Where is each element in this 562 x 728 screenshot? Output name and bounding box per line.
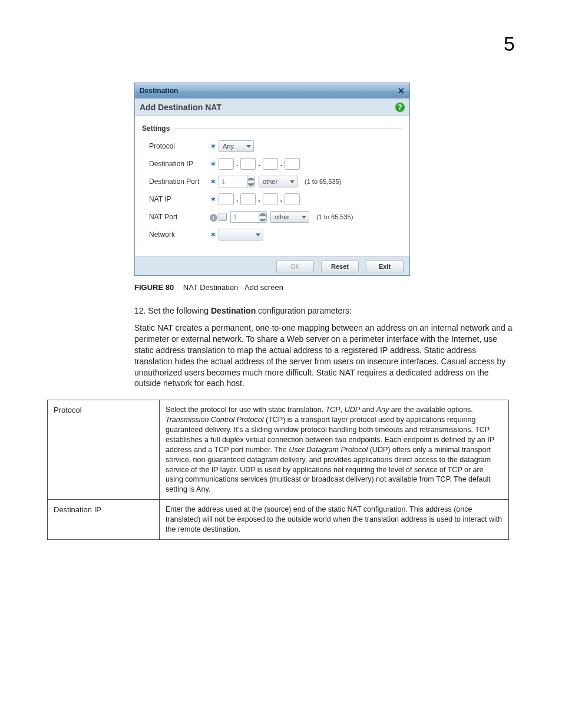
table-key: Protocol xyxy=(48,400,160,500)
dialog-titlebar: Destination ✕ xyxy=(135,83,409,98)
info-icon: i xyxy=(210,214,217,222)
required-icon: ✶ xyxy=(210,141,217,151)
protocol-dropdown[interactable]: Any xyxy=(219,140,254,152)
dialog-subtitle-text: Add Destination NAT xyxy=(140,98,222,116)
destination-port-unit: other xyxy=(263,178,277,185)
destination-port-spinner[interactable] xyxy=(219,176,255,187)
destination-port-input[interactable] xyxy=(219,176,247,187)
table-row: ProtocolSelect the protocol for use with… xyxy=(48,400,509,500)
network-dropdown[interactable]: . xyxy=(219,229,263,241)
dialog-title-text: Destination xyxy=(140,83,178,98)
spinner-up-icon[interactable] xyxy=(259,212,266,217)
nat-port-unit-dropdown[interactable]: other xyxy=(270,211,309,223)
nat-port-input[interactable] xyxy=(230,211,259,223)
ok-button[interactable]: OK xyxy=(276,261,314,272)
table-value: Select the protocol for use with static … xyxy=(160,400,509,500)
table-row: Destination IPEnter the address used at … xyxy=(48,500,509,540)
row-protocol: Protocol ✶ Any xyxy=(142,139,402,154)
nat-port-unit: other xyxy=(275,213,289,220)
static-nat-paragraph: Static NAT creates a permanent, one-to-o… xyxy=(134,322,515,389)
figure-caption: FIGURE 80 NAT Destination - Add screen xyxy=(134,283,515,292)
figure-label: FIGURE 80 xyxy=(134,283,174,292)
required-icon: ✶ xyxy=(210,177,217,186)
label-nat-port: NAT Port xyxy=(142,213,208,221)
reset-button[interactable]: Reset xyxy=(321,261,359,272)
label-nat-ip: NAT IP xyxy=(142,195,208,203)
settings-label: Settings xyxy=(142,124,170,133)
destination-port-unit-dropdown[interactable]: other xyxy=(259,176,297,187)
nat-port-range: (1 to 65,535) xyxy=(316,213,353,220)
destination-ip-input[interactable]: . . . xyxy=(219,158,300,170)
row-nat-port: NAT Port i other (1 to 6 xyxy=(142,209,402,225)
row-destination-port: Destination Port ✶ other (1 to 65,5 xyxy=(142,174,402,189)
settings-header: Settings xyxy=(142,124,402,133)
nat-ip-input[interactable]: . . . xyxy=(219,193,300,205)
dialog-footer: OK Reset Exit xyxy=(135,256,409,275)
figure-text: NAT Destination - Add screen xyxy=(183,283,283,292)
table-key: Destination IP xyxy=(48,500,160,540)
dialog-body: Settings Protocol ✶ Any Destination IP ✶ xyxy=(135,116,409,256)
row-destination-ip: Destination IP ✶ . . . xyxy=(142,156,402,172)
nat-port-checkbox[interactable] xyxy=(219,213,227,221)
destination-port-range: (1 to 65,535) xyxy=(305,178,341,185)
destination-dialog: Destination ✕ Add Destination NAT ? Sett… xyxy=(134,83,410,276)
spinner-up-icon[interactable] xyxy=(247,176,254,182)
description-table: ProtocolSelect the protocol for use with… xyxy=(47,400,509,540)
label-network: Network xyxy=(142,230,208,239)
chevron-down-icon xyxy=(302,216,306,219)
required-icon: ✶ xyxy=(210,230,217,239)
required-icon: ✶ xyxy=(210,195,217,204)
dialog-subtitle-bar: Add Destination NAT ? xyxy=(135,98,409,116)
protocol-value: Any xyxy=(223,143,234,150)
page-number: 5 xyxy=(504,32,515,55)
spinner-down-icon[interactable] xyxy=(259,217,266,222)
row-network: Network ✶ . xyxy=(142,227,402,242)
spinner-down-icon[interactable] xyxy=(247,182,254,187)
required-icon: ✶ xyxy=(210,159,217,169)
exit-button[interactable]: Exit xyxy=(366,261,404,272)
close-icon[interactable]: ✕ xyxy=(398,83,405,98)
nat-port-spinner[interactable] xyxy=(230,211,267,223)
chevron-down-icon xyxy=(290,180,295,183)
label-destination-port: Destination Port xyxy=(142,177,208,186)
step-12: 12. Set the following Destination config… xyxy=(134,306,515,315)
label-protocol: Protocol xyxy=(142,142,208,150)
label-destination-ip: Destination IP xyxy=(142,160,208,168)
chevron-down-icon xyxy=(256,233,260,236)
chevron-down-icon xyxy=(246,145,251,148)
table-value: Enter the address used at the (source) e… xyxy=(160,500,509,540)
row-nat-ip: NAT IP ✶ . . . xyxy=(142,192,402,207)
help-icon[interactable]: ? xyxy=(395,103,405,112)
